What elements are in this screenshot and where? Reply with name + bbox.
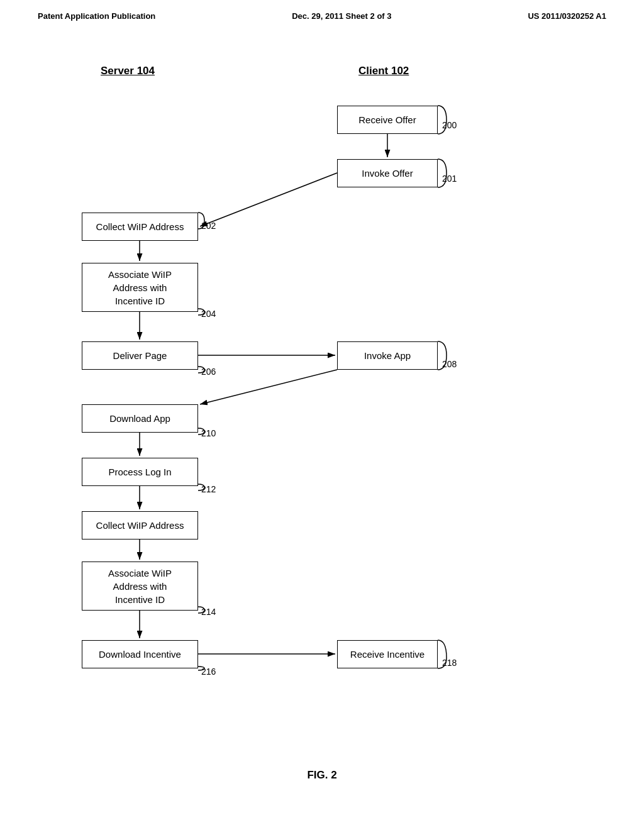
label-210: 210	[201, 428, 216, 438]
box-collect-wiip-1: Collect WiIP Address	[82, 213, 198, 241]
label-204: 204	[201, 309, 216, 319]
header-right: US 2011/0320252 A1	[528, 11, 606, 21]
label-216: 216	[201, 667, 216, 677]
box-invoke-app: Invoke App	[337, 341, 438, 370]
svg-line-6	[200, 370, 337, 404]
label-208: 208	[442, 359, 457, 369]
figure-label: FIG. 2	[307, 769, 336, 782]
box-process-login: Process Log In	[82, 458, 198, 486]
box-associate-1: Associate WiIPAddress withIncentive ID	[82, 263, 198, 312]
client-label: Client 102	[358, 65, 409, 77]
header-center: Dec. 29, 2011 Sheet 2 of 3	[292, 11, 391, 21]
box-receive-offer: Receive Offer	[337, 106, 438, 134]
header-left: Patent Application Publication	[38, 11, 155, 21]
label-202: 202	[201, 221, 216, 231]
label-218: 218	[442, 658, 457, 668]
server-label: Server 104	[101, 65, 155, 77]
box-download-app: Download App	[82, 404, 198, 433]
label-212: 212	[201, 484, 216, 494]
box-collect-wiip-2: Collect WiIP Address	[82, 511, 198, 540]
label-200: 200	[442, 120, 457, 130]
label-214: 214	[201, 607, 216, 617]
svg-line-2	[200, 173, 337, 226]
box-receive-incentive: Receive Incentive	[337, 640, 438, 668]
box-deliver-page: Deliver Page	[82, 341, 198, 370]
label-201: 201	[442, 174, 457, 184]
box-associate-2: Associate WiIPAddress withIncentive ID	[82, 562, 198, 611]
label-206: 206	[201, 367, 216, 377]
box-download-incentive: Download Incentive	[82, 640, 198, 668]
box-invoke-offer: Invoke Offer	[337, 159, 438, 187]
